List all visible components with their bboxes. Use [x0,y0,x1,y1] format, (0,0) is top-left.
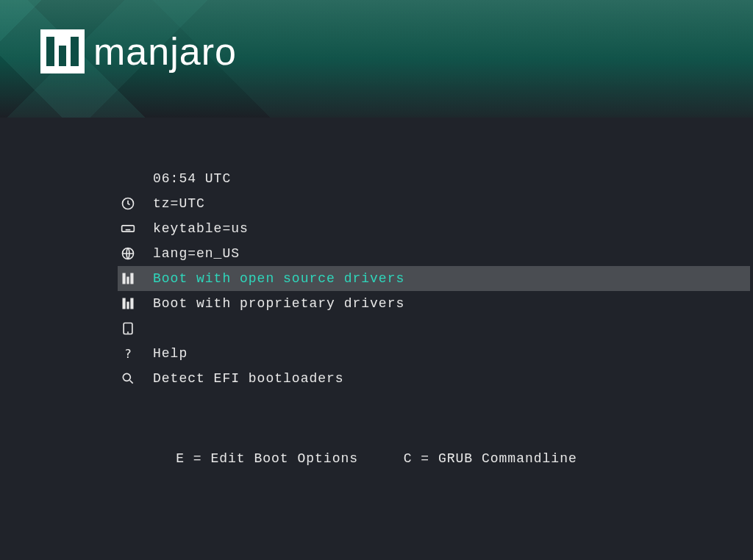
clock-icon [118,196,153,211]
menu-label: Boot with open source drivers [153,271,404,286]
svg-text:?: ? [124,347,132,361]
hint-cmdline: C = GRUB Commandline [404,451,577,466]
globe-icon [118,246,153,261]
help-icon: ? [118,346,153,361]
svg-rect-8 [130,298,133,309]
brand-logo: manjaro [40,29,237,73]
menu-label: tz=UTC [153,196,205,211]
menu-item-boot-proprietary[interactable]: Boot with proprietary drivers [118,291,750,316]
svg-rect-5 [130,273,133,284]
hint-edit: E = Edit Boot Options [176,451,358,466]
boot-icon [118,321,153,336]
menu-item-boot-open-source[interactable]: Boot with open source drivers [118,266,750,291]
manjaro-icon [118,296,153,311]
clock-display: 06:54 UTC [118,166,750,191]
header-banner: manjaro [0,0,753,118]
manjaro-icon [118,271,153,286]
menu-label: lang=en_US [153,246,240,261]
menu-item-boot-option[interactable] [118,316,750,341]
menu-item-timezone[interactable]: tz=UTC [118,191,750,216]
search-icon [118,371,153,386]
clock-text: 06:54 UTC [153,171,231,186]
svg-rect-4 [126,277,129,284]
menu-item-help[interactable]: ? Help [118,341,750,366]
boot-menu: 06:54 UTC tz=UTC keytable=us [118,166,750,391]
svg-rect-6 [123,298,126,309]
svg-rect-7 [126,302,129,309]
menu-label: Detect EFI bootloaders [153,371,344,386]
brand-name: manjaro [93,29,237,73]
menu-item-keytable[interactable]: keytable=us [118,216,750,241]
manjaro-logo-icon [40,29,85,73]
menu-item-detect-efi[interactable]: Detect EFI bootloaders [118,366,750,391]
menu-item-language[interactable]: lang=en_US [118,241,750,266]
menu-label: Boot with proprietary drivers [153,296,404,311]
svg-point-11 [123,373,130,381]
footer-hints: E = Edit Boot Options C = GRUB Commandli… [0,451,753,466]
svg-rect-1 [122,226,135,231]
svg-rect-3 [123,273,126,284]
menu-label: keytable=us [153,221,249,236]
keyboard-icon [118,221,153,236]
menu-label: Help [153,346,188,361]
